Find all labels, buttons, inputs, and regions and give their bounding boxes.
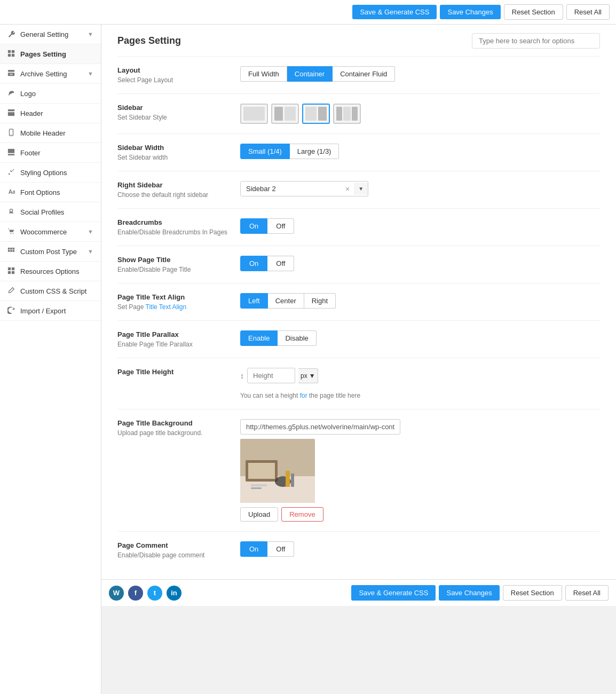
text-align-left-btn[interactable]: Left — [240, 293, 268, 309]
bottom-actions: Save & Generate CSS Save Changes Reset S… — [351, 585, 609, 601]
page-title-text-align-title: Page Title Text Align — [117, 293, 240, 301]
right-sidebar-clear-btn[interactable]: × — [341, 185, 354, 193]
text-align-center-btn[interactable]: Center — [268, 293, 304, 309]
svg-text:Aa: Aa — [9, 188, 15, 195]
sidebar-style-left-sidebar[interactable] — [271, 104, 299, 124]
sidebar-item-import-export[interactable]: Import / Export — [0, 301, 101, 321]
text-align-right-btn[interactable]: Right — [304, 293, 336, 309]
sidebar-item-pages-setting[interactable]: Pages Setting — [0, 44, 101, 64]
svg-rect-25 — [8, 271, 11, 274]
bottom-reset-section-button[interactable]: Reset Section — [503, 585, 562, 601]
breadcrumbs-setting-row: Breadcrumbs Enable/Disable Breadcrumbs I… — [117, 209, 600, 246]
svg-rect-20 — [8, 250, 10, 252]
right-sidebar-dropdown-btn[interactable]: ▼ — [354, 183, 368, 195]
page-title-parallax-button-group: Enable Disable — [240, 330, 317, 346]
height-note-link[interactable]: for — [300, 392, 307, 399]
bg-url-input[interactable] — [240, 419, 400, 435]
bottom-save-changes-button[interactable]: Save Changes — [439, 585, 499, 601]
title-text-align-link[interactable]: Title Text Align — [146, 303, 187, 311]
sidebar-item-footer[interactable]: Footer — [0, 143, 101, 163]
svg-rect-21 — [10, 250, 12, 252]
layout-container-btn[interactable]: Container — [287, 66, 333, 82]
layout-button-group: Full Width Container Container Fluid — [240, 66, 395, 82]
top-save-changes-button[interactable]: Save Changes — [440, 5, 500, 19]
archive-icon — [7, 69, 16, 78]
sidebar-title: Sidebar — [117, 104, 240, 112]
svg-rect-18 — [10, 248, 12, 250]
linkedin-icon[interactable]: in — [167, 586, 181, 601]
height-arrows-icon: ↕ — [240, 372, 244, 380]
sidebar-item-custom-post-type[interactable]: Custom Post Type ▼ — [0, 242, 101, 262]
paint-icon — [7, 168, 16, 177]
facebook-icon[interactable]: f — [128, 586, 143, 601]
sidebar-item-custom-css-script-label: Custom CSS & Script — [20, 287, 93, 295]
sidebar-item-header[interactable]: Header — [0, 104, 101, 123]
sidebar-item-styling-options[interactable]: Styling Options — [0, 163, 101, 183]
svg-rect-22 — [13, 250, 15, 252]
page-title-text-align-desc: Set Page Title Text Align — [117, 303, 240, 311]
page-comment-setting-row: Page Comment Enable/Disable page comment… — [117, 532, 600, 569]
page-title-parallax-title: Page Title Parallax — [117, 330, 240, 338]
layout-full-width-btn[interactable]: Full Width — [240, 66, 287, 82]
parallax-disable-btn[interactable]: Disable — [278, 330, 316, 346]
page-title-text-align-button-group: Left Center Right — [240, 293, 336, 309]
svg-point-15 — [10, 233, 11, 234]
layout-setting-row: Layout Select Page Layout Full Width Con… — [117, 57, 600, 94]
sidebar-item-mobile-header-label: Mobile Header — [20, 129, 93, 137]
sidebar-item-header-label: Header — [20, 109, 93, 117]
svg-rect-2 — [8, 54, 11, 57]
sidebar-item-logo[interactable]: Logo — [0, 84, 101, 104]
unit-select[interactable]: px ▼ — [298, 368, 318, 383]
sidebar-item-resources-options[interactable]: Resources Options — [0, 262, 101, 281]
top-reset-all-button[interactable]: Reset All — [566, 4, 610, 20]
page-comment-off-btn[interactable]: Off — [267, 541, 294, 557]
svg-rect-26 — [12, 271, 14, 274]
bottom-generate-css-button[interactable]: Save & Generate CSS — [351, 585, 436, 601]
remove-button[interactable]: Remove — [281, 507, 323, 522]
breadcrumbs-desc: Enable/Disable Breadcrumbs In Pages — [117, 228, 240, 236]
right-sidebar-select[interactable]: × ▼ — [240, 181, 368, 196]
breadcrumbs-off-btn[interactable]: Off — [267, 218, 294, 234]
search-input[interactable] — [472, 33, 600, 49]
sidebar-width-desc: Set Sidebar width — [117, 154, 240, 161]
sidebar-item-general-setting[interactable]: General Setting ▼ — [0, 25, 101, 44]
sidebar-width-large-btn[interactable]: Large (1/3) — [290, 144, 339, 159]
sidebar-width-small-btn[interactable]: Small (1/4) — [240, 144, 290, 159]
top-reset-section-button[interactable]: Reset Section — [504, 4, 563, 20]
wordpress-icon[interactable]: W — [109, 586, 124, 601]
top-generate-css-button[interactable]: Save & Generate CSS — [352, 5, 437, 19]
show-page-title-on-btn[interactable]: On — [240, 256, 267, 271]
svg-point-10 — [11, 134, 11, 135]
sidebar-item-social-profiles[interactable]: Social Profiles — [0, 202, 101, 222]
height-input[interactable] — [247, 368, 295, 383]
sidebar-item-font-options[interactable]: Aa Font Options — [0, 183, 101, 202]
page-comment-on-btn[interactable]: On — [240, 541, 267, 557]
sidebar-item-custom-css-script[interactable]: Custom CSS & Script — [0, 281, 101, 301]
footer-icon — [7, 148, 16, 157]
upload-button[interactable]: Upload — [240, 507, 278, 522]
sidebar-style-both-sidebars[interactable] — [333, 104, 361, 124]
breadcrumbs-toggle: On Off — [240, 218, 294, 234]
sidebar-item-archive-setting[interactable]: Archive Setting ▼ — [0, 64, 101, 84]
sidebar-width-title: Sidebar Width — [117, 144, 240, 152]
chevron-down-icon: ▼ — [88, 248, 93, 255]
bottom-reset-all-button[interactable]: Reset All — [565, 585, 609, 601]
grid-icon — [7, 50, 16, 58]
sidebar-item-woocommerce[interactable]: Woocommerce ▼ — [0, 222, 101, 242]
sidebar-item-archive-setting-label: Archive Setting — [20, 70, 83, 78]
svg-rect-24 — [12, 267, 14, 270]
refresh-icon — [7, 306, 16, 315]
sidebar-style-right-sidebar[interactable] — [302, 104, 330, 124]
parallax-enable-btn[interactable]: Enable — [240, 330, 278, 346]
sidebar-item-mobile-header[interactable]: Mobile Header — [0, 123, 101, 143]
right-sidebar-input[interactable] — [241, 182, 341, 196]
show-page-title-off-btn[interactable]: Off — [267, 256, 294, 271]
breadcrumbs-on-btn[interactable]: On — [240, 218, 267, 234]
twitter-icon[interactable]: t — [147, 586, 162, 601]
layout-container-fluid-btn[interactable]: Container Fluid — [333, 66, 395, 82]
layout-desc: Select Page Layout — [117, 76, 240, 84]
bg-image-preview — [240, 439, 315, 503]
cart-icon — [7, 227, 16, 236]
page-title-background-title: Page Title Background — [117, 419, 240, 427]
sidebar-style-no-sidebar[interactable] — [240, 104, 268, 124]
